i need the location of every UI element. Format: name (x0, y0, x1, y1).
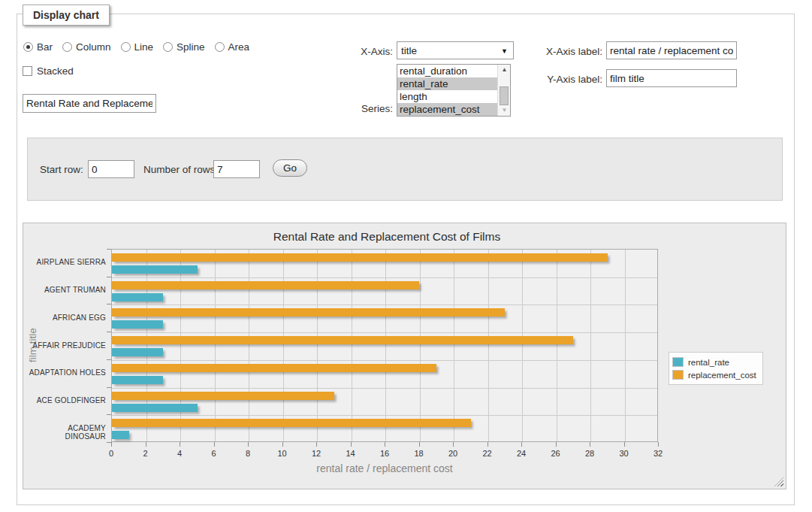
bar-replacement_cost (112, 392, 334, 400)
x-tick-label: 20 (448, 449, 457, 458)
start-row-input[interactable] (88, 160, 134, 178)
legend-label: replacement_cost (688, 371, 756, 380)
legend-swatch (672, 357, 684, 367)
x-tick-label: 6 (211, 449, 216, 458)
series-option-replacement_cost[interactable]: replacement_cost (397, 103, 497, 116)
bar-rental_rate (112, 348, 163, 356)
x-axis-tick (316, 442, 317, 447)
x-tick-label: 18 (414, 449, 423, 458)
bar-replacement_cost (112, 336, 573, 344)
x-tick-label: 32 (654, 449, 663, 458)
x-axis-tick (624, 442, 625, 447)
y-axis-tick (107, 359, 111, 360)
x-axis-selected-value: title (401, 45, 417, 56)
y-category-label: ACE GOLDFINGER (26, 396, 106, 404)
bar-rental_rate (112, 293, 163, 301)
radio-button[interactable] (62, 42, 72, 52)
radio-button[interactable] (215, 42, 225, 52)
scroll-up-icon[interactable]: ▲ (498, 65, 511, 75)
x-axis-label-caption: X-Axis label: (526, 46, 602, 57)
gridline-vertical (352, 250, 352, 441)
num-rows-input[interactable] (213, 160, 260, 178)
x-axis-tick (521, 442, 522, 447)
num-rows-caption: Number of rows: (143, 164, 218, 175)
gridline-horizontal (112, 360, 657, 361)
y-category-label: AGENT TRUMAN (26, 286, 106, 294)
radio-button[interactable] (121, 42, 131, 52)
y-axis-tick (107, 414, 111, 415)
go-button[interactable]: Go (273, 159, 307, 177)
x-axis-tick (214, 442, 215, 447)
x-tick-label: 26 (551, 449, 560, 458)
x-axis-tick (111, 442, 112, 447)
gridline-horizontal (112, 304, 657, 305)
gridline-vertical (249, 250, 249, 441)
y-axis-label-caption: Y-Axis label: (526, 74, 602, 85)
radio-button[interactable] (163, 42, 173, 52)
x-axis-tick (351, 442, 352, 447)
series-scrollbar[interactable]: ▲ ▼ (497, 65, 510, 116)
chart-container: Rental Rate and Replacement Cost of Film… (23, 223, 786, 489)
stacked-label: Stacked (37, 65, 74, 77)
bar-rental_rate (112, 376, 163, 384)
radio-button[interactable] (23, 42, 33, 52)
gridline-vertical (215, 250, 216, 441)
gridline-vertical (557, 250, 557, 441)
y-category-label: AIRPLANE SIERRA (26, 258, 106, 266)
gridline-horizontal (112, 332, 657, 333)
gridline-vertical (317, 250, 318, 441)
bar-replacement_cost (112, 308, 505, 317)
legend-swatch (672, 370, 684, 380)
y-category-labels: AIRPLANE SIERRAAGENT TRUMANAFRICAN EGGAF… (26, 249, 106, 442)
bar-replacement_cost (112, 281, 419, 289)
x-axis-tick (590, 442, 590, 447)
scroll-down-icon[interactable]: ▼ (498, 105, 511, 116)
x-tick-label: 24 (517, 449, 526, 458)
bar-replacement_cost (112, 364, 436, 372)
x-axis-label-input[interactable] (606, 41, 737, 59)
chart-type-label: Column (76, 41, 111, 53)
series-option-rental_rate[interactable]: rental_rate (397, 77, 497, 90)
y-category-label: ADAPTATION HOLES (26, 368, 106, 377)
x-axis-tick (556, 442, 557, 447)
resize-handle-icon[interactable] (774, 477, 783, 486)
gridline-vertical (522, 250, 523, 441)
gridline-vertical (146, 250, 147, 441)
gridline-horizontal (112, 277, 657, 278)
x-axis-tick (385, 442, 385, 447)
series-option-rental_duration[interactable]: rental_duration (397, 65, 497, 77)
start-row-caption: Start row: (40, 164, 83, 175)
chart-title-input[interactable] (23, 94, 156, 113)
legend-label: rental_rate (688, 358, 729, 367)
gridline-horizontal (112, 388, 657, 389)
series-option-length[interactable]: length (397, 90, 497, 103)
y-axis-tick (107, 277, 111, 277)
row-range-panel: Start row: Number of rows: Go (27, 138, 783, 201)
x-tick-label: 30 (619, 449, 628, 458)
series-caption: Series: (315, 103, 393, 114)
x-axis-tick (248, 442, 249, 447)
y-axis-tick (107, 304, 111, 304)
x-axis-select[interactable]: title ▼ (397, 41, 514, 59)
y-axis-label-input[interactable] (606, 69, 737, 87)
chart-type-option-bar[interactable]: Bar (23, 41, 53, 53)
scrollbar-thumb[interactable] (500, 86, 509, 105)
chart-type-option-column[interactable]: Column (62, 41, 111, 53)
series-multiselect[interactable]: rental_durationrental_ratelengthreplacem… (397, 64, 511, 117)
x-axis-tick (453, 442, 454, 447)
x-tick-label: 16 (380, 449, 389, 458)
stacked-checkbox-row[interactable]: Stacked (23, 65, 74, 77)
stacked-checkbox[interactable] (23, 66, 32, 76)
chart-x-axis-title: rental rate / replacement cost (111, 462, 658, 474)
x-tick-label: 8 (246, 449, 250, 458)
chart-type-label: Bar (37, 41, 53, 53)
y-axis-tick (107, 249, 111, 250)
y-category-label: AFFAIR PREJUDICE (26, 341, 106, 350)
chart-type-option-area[interactable]: Area (215, 41, 250, 53)
chart-type-option-line[interactable]: Line (121, 41, 154, 53)
bar-replacement_cost (112, 419, 471, 427)
chart-type-option-spline[interactable]: Spline (163, 41, 205, 53)
bar-replacement_cost (112, 253, 608, 262)
bar-rental_rate (112, 404, 198, 412)
x-tick-label: 0 (109, 449, 113, 458)
